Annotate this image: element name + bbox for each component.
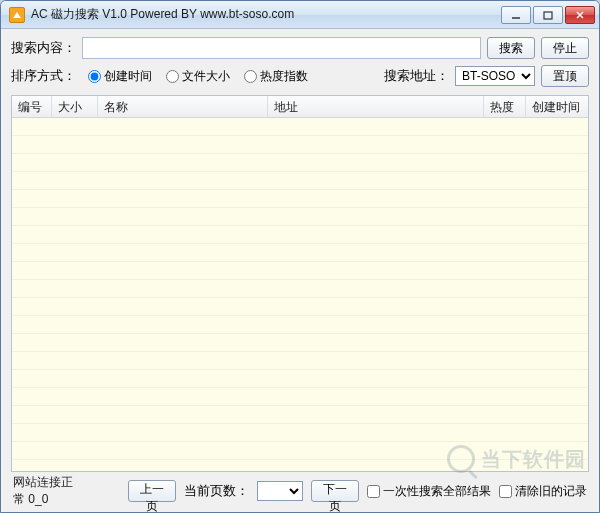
table-row bbox=[12, 262, 588, 280]
table-row bbox=[12, 136, 588, 154]
radio-file-size[interactable]: 文件大小 bbox=[166, 68, 230, 85]
titlebar[interactable]: AC 磁力搜索 V1.0 Powered BY www.bt-soso.com bbox=[1, 1, 599, 29]
next-page-button[interactable]: 下一页 bbox=[311, 480, 359, 502]
close-button[interactable] bbox=[565, 6, 595, 24]
table-row bbox=[12, 118, 588, 136]
col-index[interactable]: 编号 bbox=[12, 96, 52, 117]
clear-old-checkbox[interactable]: 清除旧的记录 bbox=[499, 483, 587, 500]
minimize-button[interactable] bbox=[501, 6, 531, 24]
table-row bbox=[12, 316, 588, 334]
search-button[interactable]: 搜索 bbox=[487, 37, 535, 59]
window-title: AC 磁力搜索 V1.0 Powered BY www.bt-soso.com bbox=[31, 6, 499, 23]
table-row bbox=[12, 460, 588, 471]
table-row bbox=[12, 190, 588, 208]
app-window: AC 磁力搜索 V1.0 Powered BY www.bt-soso.com … bbox=[0, 0, 600, 513]
search-label: 搜索内容： bbox=[11, 39, 76, 57]
table-header: 编号 大小 名称 地址 热度 创建时间 bbox=[12, 96, 588, 118]
col-size[interactable]: 大小 bbox=[52, 96, 98, 117]
col-heat[interactable]: 热度 bbox=[484, 96, 526, 117]
footer: 网站连接正常 0_0 上一页 当前页数： 下一页 一次性搜索全部结果 清除旧的记… bbox=[11, 478, 589, 504]
radio-create-time[interactable]: 创建时间 bbox=[88, 68, 152, 85]
table-row bbox=[12, 406, 588, 424]
radio-heat-index[interactable]: 热度指数 bbox=[244, 68, 308, 85]
table-row bbox=[12, 442, 588, 460]
table-row bbox=[12, 334, 588, 352]
show-all-checkbox[interactable]: 一次性搜索全部结果 bbox=[367, 483, 491, 500]
prev-page-button[interactable]: 上一页 bbox=[128, 480, 176, 502]
table-row bbox=[12, 370, 588, 388]
sort-radios: 创建时间 文件大小 热度指数 bbox=[88, 68, 308, 85]
client-area: 搜索内容： 搜索 停止 排序方式： 创建时间 文件大小 热度指数 搜索地址： B… bbox=[1, 29, 599, 512]
results-table: 编号 大小 名称 地址 热度 创建时间 bbox=[11, 95, 589, 472]
status-text: 网站连接正常 0_0 bbox=[13, 474, 82, 508]
table-row bbox=[12, 208, 588, 226]
app-icon bbox=[9, 7, 25, 23]
page-label: 当前页数： bbox=[184, 482, 249, 500]
table-body[interactable] bbox=[12, 118, 588, 471]
maximize-button[interactable] bbox=[533, 6, 563, 24]
svg-rect-1 bbox=[544, 12, 552, 19]
table-row bbox=[12, 154, 588, 172]
table-row bbox=[12, 172, 588, 190]
table-row bbox=[12, 388, 588, 406]
search-input[interactable] bbox=[82, 37, 481, 59]
pin-top-button[interactable]: 置顶 bbox=[541, 65, 589, 87]
col-create-time[interactable]: 创建时间 bbox=[526, 96, 588, 117]
col-name[interactable]: 名称 bbox=[98, 96, 268, 117]
address-label: 搜索地址： bbox=[384, 67, 449, 85]
stop-button[interactable]: 停止 bbox=[541, 37, 589, 59]
table-row bbox=[12, 226, 588, 244]
page-select[interactable] bbox=[257, 481, 303, 501]
table-row bbox=[12, 352, 588, 370]
col-url[interactable]: 地址 bbox=[268, 96, 484, 117]
table-row bbox=[12, 298, 588, 316]
table-row bbox=[12, 424, 588, 442]
address-select[interactable]: BT-SOSO bbox=[455, 66, 535, 86]
table-row bbox=[12, 244, 588, 262]
table-row bbox=[12, 280, 588, 298]
sort-label: 排序方式： bbox=[11, 67, 76, 85]
